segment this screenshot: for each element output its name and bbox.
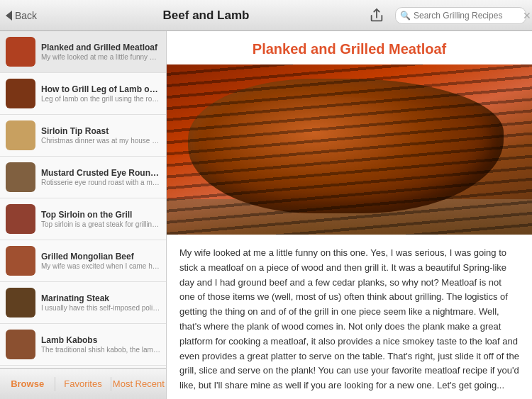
search-icon: 🔍 <box>400 11 411 21</box>
item-title: Mustard Crusted Eye Round Roast on the R… <box>41 168 160 178</box>
thumb-color <box>6 288 35 317</box>
item-desc: I usually have this self-imposed policy … <box>41 304 160 312</box>
item-desc: My wife was excited when I came home... <box>41 262 160 270</box>
sidebar: Planked and Grilled Meatloaf My wife loo… <box>0 31 167 399</box>
item-text: Sirloin Tip Roast Christmas dinner was a… <box>41 126 160 145</box>
item-desc: Leg of lamb on the grill using the rotis… <box>41 95 160 103</box>
page-title: Beef and Lamb <box>48 9 364 23</box>
item-text: Marinating Steak I usually have this sel… <box>41 293 160 312</box>
item-title: Marinating Steak <box>41 293 160 303</box>
recipe-thumb <box>6 79 35 108</box>
share-icon <box>369 8 384 23</box>
list-item[interactable]: Lamb Kabobs The traditional shish kabob,… <box>0 324 166 366</box>
back-button[interactable]: Back <box>6 10 48 21</box>
thumb-color <box>6 330 35 359</box>
recipe-thumb <box>6 37 35 67</box>
item-title: How to Grill Leg of Lamb on the Rotisser… <box>41 84 160 94</box>
item-title: Top Sirloin on the Grill <box>41 210 160 220</box>
recipe-body-text: My wife looked at me a little funny on t… <box>167 243 532 399</box>
thumb-color <box>6 120 35 150</box>
list-item[interactable]: Marinating Steak I usually have this sel… <box>0 282 166 324</box>
list-item[interactable]: Grilled Mongolian Beef My wife was excit… <box>0 240 166 282</box>
item-text: Mustard Crusted Eye Round Roast on the R… <box>41 168 160 186</box>
detail-panel: Planked and Grilled Meatloaf My wife loo… <box>167 31 532 399</box>
thumb-color <box>6 246 35 276</box>
tab-most-recent[interactable]: Most Recent <box>111 373 166 395</box>
list-item[interactable]: How to Grill Leg of Lamb on the Rotisser… <box>0 73 166 115</box>
grill-overlay <box>167 64 532 235</box>
item-desc: Top sirloin is a great steak for grillin… <box>41 220 160 228</box>
recipe-thumb <box>6 246 35 276</box>
recipe-thumb <box>6 330 35 359</box>
list-item[interactable]: Mustard Crusted Eye Round Roast on the R… <box>0 157 166 198</box>
recipe-thumb <box>6 204 35 234</box>
item-text: Lamb Kabobs The traditional shish kabob,… <box>41 335 160 354</box>
main-content: Planked and Grilled Meatloaf My wife loo… <box>0 31 532 399</box>
search-input[interactable] <box>414 11 520 21</box>
recipe-thumb <box>6 162 35 192</box>
search-bar: 🔍 ✕ <box>395 7 526 24</box>
recipe-thumb <box>6 120 35 150</box>
tab-browse[interactable]: Browse <box>0 373 55 395</box>
top-bar: Back Beef and Lamb 🔍 ✕ <box>0 0 532 31</box>
recipe-list: Planked and Grilled Meatloaf My wife loo… <box>0 31 166 368</box>
thumb-color <box>6 162 35 192</box>
share-button[interactable] <box>364 3 389 28</box>
tab-favorites[interactable]: Favorites <box>55 373 110 395</box>
list-item[interactable]: Sirloin Tip Roast Christmas dinner was a… <box>0 115 166 157</box>
tab-bar: BrowseFavoritesMost Recent <box>0 368 166 399</box>
item-title: Planked and Grilled Meatloaf <box>41 43 160 52</box>
item-text: Top Sirloin on the Grill Top sirloin is … <box>41 210 160 228</box>
item-desc: Christmas dinner was at my house this y.… <box>41 137 160 145</box>
list-item[interactable]: Top Sirloin on the Grill Top sirloin is … <box>0 198 166 240</box>
item-text: How to Grill Leg of Lamb on the Rotisser… <box>41 84 160 103</box>
search-clear-icon[interactable]: ✕ <box>523 10 531 21</box>
recipe-detail-title: Planked and Grilled Meatloaf <box>167 31 532 64</box>
item-desc: My wife looked at me a little funny on t… <box>41 53 160 61</box>
back-chevron-icon <box>6 11 12 21</box>
item-desc: Rotisserie eye round roast with a mustar… <box>41 179 160 186</box>
item-desc: The traditional shish kabob, the lamb ka… <box>41 346 160 354</box>
back-label: Back <box>15 10 37 21</box>
list-item[interactable]: Planked and Grilled Meatloaf My wife loo… <box>0 31 166 73</box>
thumb-color <box>6 204 35 234</box>
item-text: Grilled Mongolian Beef My wife was excit… <box>41 252 160 270</box>
item-title: Grilled Mongolian Beef <box>41 252 160 262</box>
item-text: Planked and Grilled Meatloaf My wife loo… <box>41 43 160 61</box>
thumb-color <box>6 37 35 67</box>
item-title: Lamb Kabobs <box>41 335 160 345</box>
thumb-color <box>6 79 35 108</box>
item-title: Sirloin Tip Roast <box>41 126 160 136</box>
recipe-hero-image <box>167 64 532 235</box>
recipe-thumb <box>6 288 35 317</box>
